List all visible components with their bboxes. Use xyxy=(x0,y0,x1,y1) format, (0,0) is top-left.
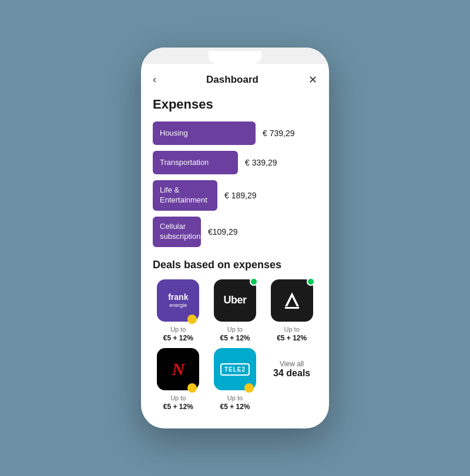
deal-netflix[interactable]: N Up to €5 + 12% xyxy=(153,348,204,411)
life-bar: Life &Entertainment xyxy=(153,180,217,211)
uber-logo: Uber xyxy=(214,279,256,322)
deal-frank[interactable]: frank energie Up to €5 + 12% xyxy=(153,279,204,342)
expenses-section: Expenses Housing € 739,29 Transportation… xyxy=(153,97,317,247)
transportation-amount: € 339,29 xyxy=(245,158,277,167)
expense-row-cellular[interactable]: Cellularsubscription €109,29 xyxy=(153,217,317,247)
adidas-green-badge xyxy=(307,278,315,286)
adidas-logo xyxy=(271,279,313,322)
uber-amount: €5 + 12% xyxy=(220,334,250,342)
adidas-icon xyxy=(279,288,305,313)
phone-frame: ‹ Dashboard ✕ Expenses Housing € 739,29 … xyxy=(141,48,329,429)
tele2-logo-wrapper: TELE2 xyxy=(214,348,256,390)
close-button[interactable]: ✕ xyxy=(308,73,317,86)
deal-view-all[interactable]: View all 34 deals xyxy=(266,348,317,411)
expenses-title: Expenses xyxy=(153,97,317,112)
cellular-amount: €109,29 xyxy=(208,227,238,237)
tele2-label: Up to xyxy=(227,394,243,403)
adidas-logo-wrapper xyxy=(271,279,313,322)
svg-rect-1 xyxy=(285,307,299,309)
transportation-label: Transportation xyxy=(160,158,209,167)
frank-gold-badge xyxy=(187,315,197,324)
cellular-bar: Cellularsubscription xyxy=(153,217,201,247)
housing-bar: Housing xyxy=(153,121,256,145)
page-header: ‹ Dashboard ✕ xyxy=(141,64,329,91)
life-label: Life &Entertainment xyxy=(160,185,207,205)
back-button[interactable]: ‹ xyxy=(153,73,156,86)
view-all-count: 34 deals xyxy=(273,368,310,379)
expense-row-housing[interactable]: Housing € 739,29 xyxy=(153,121,317,145)
tele2-amount: €5 + 12% xyxy=(220,403,250,411)
adidas-amount: €5 + 12% xyxy=(277,334,307,342)
page-title: Dashboard xyxy=(206,74,258,86)
housing-label: Housing xyxy=(160,129,188,137)
life-amount: € 189,29 xyxy=(224,191,257,200)
cellular-label: Cellularsubscription xyxy=(160,222,200,242)
netflix-gold-badge xyxy=(187,383,197,393)
frank-amount: €5 + 12% xyxy=(163,334,193,342)
svg-marker-0 xyxy=(285,292,299,306)
netflix-amount: €5 + 12% xyxy=(163,403,193,411)
tele2-gold-badge xyxy=(244,383,254,393)
view-all-text: View all xyxy=(280,360,304,368)
housing-amount: € 739,29 xyxy=(263,129,295,138)
expense-row-transportation[interactable]: Transportation € 339,29 xyxy=(153,151,317,174)
main-content: Expenses Housing € 739,29 Transportation… xyxy=(141,97,329,411)
transportation-bar: Transportation xyxy=(153,151,238,174)
adidas-label: Up to xyxy=(284,325,300,334)
view-all-box: View all 34 deals xyxy=(273,348,310,390)
uber-green-badge xyxy=(250,278,258,286)
uber-label: Up to xyxy=(227,325,243,334)
deals-grid: frank energie Up to €5 + 12% Uber xyxy=(153,279,317,411)
expense-row-life[interactable]: Life &Entertainment € 189,29 xyxy=(153,180,317,211)
deals-section: Deals based on expenses frank energie U xyxy=(153,259,317,411)
frank-logo-wrapper: frank energie xyxy=(157,279,199,322)
frank-label: Up to xyxy=(170,325,186,334)
deal-uber[interactable]: Uber Up to €5 + 12% xyxy=(210,279,261,342)
deal-tele2[interactable]: TELE2 Up to €5 + 12% xyxy=(210,348,261,411)
netflix-label: Up to xyxy=(170,394,186,403)
deals-title: Deals based on expenses xyxy=(153,259,317,271)
netflix-logo-wrapper: N xyxy=(157,348,199,390)
deal-adidas[interactable]: Up to €5 + 12% xyxy=(266,279,317,342)
uber-logo-wrapper: Uber xyxy=(214,279,256,322)
